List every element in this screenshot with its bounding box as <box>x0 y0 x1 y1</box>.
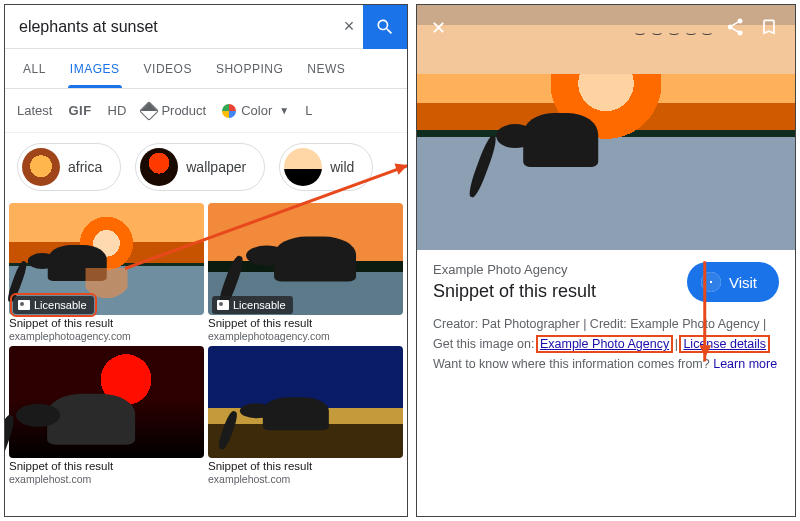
annotation-arrow-down <box>704 261 707 361</box>
sep: | <box>763 317 766 331</box>
result-snippet: Snippet of this result <box>208 317 403 331</box>
filter-hd[interactable]: HD <box>108 103 127 118</box>
filter-bar: Latest GIF HD Product Color ▼ L <box>5 89 407 133</box>
elephant-silhouette-icon <box>47 394 135 444</box>
image-result[interactable]: Snippet of this result examplehost.com <box>208 346 403 485</box>
image-metadata: Example Photo Agency Snippet of this res… <box>417 250 795 516</box>
image-icon <box>18 300 30 310</box>
credit-label: Credit: <box>590 317 627 331</box>
visit-button[interactable]: Visit <box>687 262 779 302</box>
palette-icon <box>222 104 236 118</box>
elephant-silhouette-icon <box>263 397 329 431</box>
clear-icon[interactable]: × <box>335 16 363 37</box>
bookmark-icon[interactable] <box>759 17 779 37</box>
share-icon[interactable] <box>725 17 745 37</box>
sep: | <box>583 317 590 331</box>
image-icon <box>217 300 229 310</box>
filter-latest[interactable]: Latest <box>17 103 52 118</box>
creator-value: Pat Photographer <box>482 317 580 331</box>
filter-gif[interactable]: GIF <box>68 103 91 118</box>
result-snippet: Snippet of this result <box>208 460 403 474</box>
chip-wallpaper[interactable]: wallpaper <box>135 143 265 191</box>
chip-africa[interactable]: africa <box>17 143 121 191</box>
search-button[interactable] <box>363 5 407 49</box>
search-tabs: ALL IMAGES VIDEOS SHOPPING NEWS <box>5 49 407 89</box>
filter-color[interactable]: Color ▼ <box>222 103 289 118</box>
result-thumbnail <box>208 346 403 458</box>
image-result[interactable]: Snippet of this result examplehost.com <box>9 346 204 485</box>
filter-license-truncated[interactable]: L <box>305 103 312 118</box>
result-source: examplephotoagency.com <box>208 331 403 343</box>
search-bar: × <box>5 5 407 49</box>
image-result[interactable]: Licensable Snippet of this result exampl… <box>208 203 403 342</box>
elephant-silhouette-icon <box>523 113 599 167</box>
elephant-silhouette-icon <box>48 246 107 282</box>
tab-news[interactable]: NEWS <box>295 49 357 88</box>
chip-thumb <box>140 148 178 186</box>
related-chips: africa wallpaper wild <box>5 133 407 203</box>
elephant-silhouette-icon <box>274 237 356 282</box>
tag-icon <box>139 101 159 121</box>
filter-product[interactable]: Product <box>142 103 206 118</box>
tab-shopping[interactable]: SHOPPING <box>204 49 295 88</box>
license-details-link[interactable]: License details <box>681 337 768 351</box>
viewer-hero-image[interactable]: ‿ ‿ ‿ ‿ ‿ ✕ <box>417 5 795 250</box>
chip-label: wallpaper <box>186 159 246 175</box>
creator-label: Creator: <box>433 317 478 331</box>
chip-thumb <box>284 148 322 186</box>
chip-label: africa <box>68 159 102 175</box>
licensable-badge: Licensable <box>34 299 87 311</box>
search-results-panel: × ALL IMAGES VIDEOS SHOPPING NEWS Latest… <box>4 4 408 517</box>
search-icon <box>375 17 395 37</box>
chip-label: wild <box>330 159 354 175</box>
visit-label: Visit <box>729 274 757 291</box>
birds-icon: ‿ ‿ ‿ ‿ ‿ <box>636 23 714 34</box>
result-source: examplehost.com <box>208 474 403 486</box>
get-image-label: Get this image on: <box>433 337 534 351</box>
chevron-down-icon: ▼ <box>279 105 289 116</box>
image-results-grid: Licensable Snippet of this result exampl… <box>5 203 407 492</box>
result-thumbnail <box>9 346 204 458</box>
tab-all[interactable]: ALL <box>11 49 58 88</box>
tab-videos[interactable]: VIDEOS <box>132 49 204 88</box>
result-source: examplephotoagency.com <box>9 331 204 343</box>
chip-thumb <box>22 148 60 186</box>
image-viewer-panel: ‿ ‿ ‿ ‿ ‿ ✕ Example Photo Agency Snippet… <box>416 4 796 517</box>
learn-more-link[interactable]: Learn more <box>713 357 777 371</box>
result-source: examplehost.com <box>9 474 204 486</box>
tab-images[interactable]: IMAGES <box>58 49 132 88</box>
image-credits: Creator: Pat Photographer | Credit: Exam… <box>433 314 779 374</box>
credit-value: Example Photo Agency <box>630 317 759 331</box>
provenance-label: Want to know where this information come… <box>433 357 710 371</box>
licensable-badge: Licensable <box>233 299 286 311</box>
get-image-link-agency[interactable]: Example Photo Agency <box>538 337 671 351</box>
search-input[interactable] <box>5 5 335 48</box>
result-snippet: Snippet of this result <box>9 460 204 474</box>
result-snippet: Snippet of this result <box>9 317 204 331</box>
close-icon[interactable]: ✕ <box>431 17 446 39</box>
image-result[interactable]: Licensable Snippet of this result exampl… <box>9 203 204 342</box>
